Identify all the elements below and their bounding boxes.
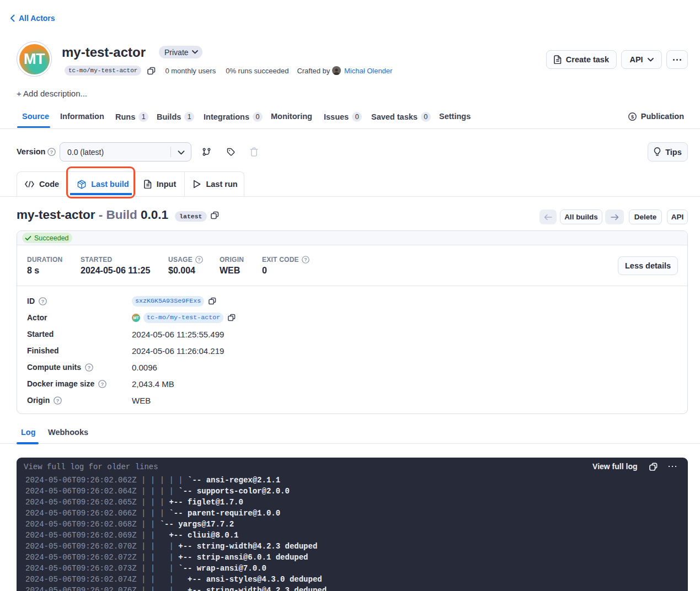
svg-text:?: ? [197,257,201,262]
svg-text:?: ? [50,148,54,154]
svg-text:?: ? [88,364,91,370]
svg-text:?: ? [304,257,307,262]
svg-text:?: ? [56,397,60,403]
svg-text:$: $ [631,114,634,119]
svg-text:?: ? [41,298,45,304]
svg-text:?: ? [101,380,104,386]
